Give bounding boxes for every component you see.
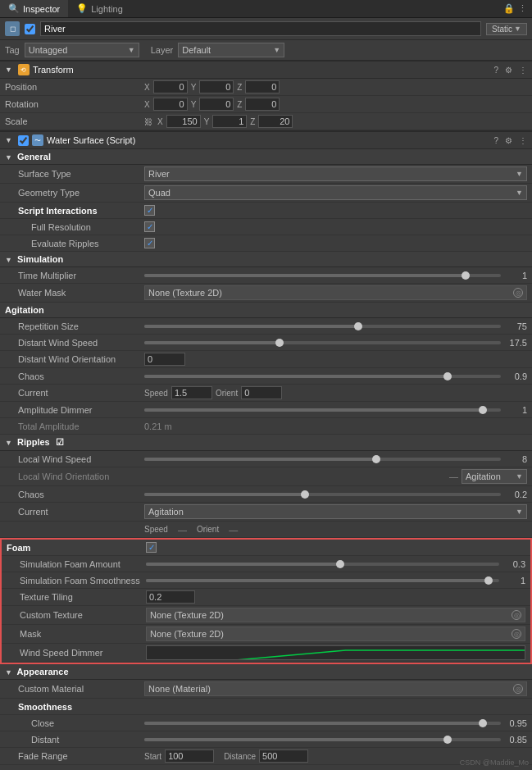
layer-value: Default	[182, 45, 211, 55]
total-amplitude-value: 0.21 m	[144, 421, 172, 431]
local-wind-orientation-label: Local Wind Orientation	[5, 472, 144, 481]
repetition-size-slider[interactable]: 75	[144, 321, 527, 331]
evaluate-ripples-checkbox[interactable]: ✓	[144, 238, 155, 248]
distant-wind-speed-label: Distant Wind Speed	[5, 338, 144, 348]
general-collapse[interactable]: ▼	[5, 153, 12, 162]
local-wind-orientation-dropdown[interactable]: Agitation ▼	[462, 469, 527, 484]
scale-x-input[interactable]	[166, 115, 201, 128]
ripples-orient-label: Orient	[197, 525, 219, 534]
distant-wind-speed-fill	[144, 341, 280, 344]
surface-type-value: River	[148, 169, 170, 179]
ripples-chaos-thumb	[301, 490, 309, 499]
object-active-checkbox[interactable]	[25, 24, 35, 34]
custom-texture-label: Custom Texture	[7, 610, 146, 620]
layer-label: Layer	[151, 45, 174, 55]
water-help-icon[interactable]: ?	[493, 136, 498, 145]
simulation-collapse[interactable]: ▼	[5, 256, 12, 264]
custom-texture-ref[interactable]: None (Texture 2D) ◎	[146, 608, 525, 622]
repetition-size-value: 75	[504, 321, 527, 331]
time-multiplier-label: Time Multiplier	[5, 271, 144, 280]
foam-mask-row: Mask None (Texture 2D) ◎	[2, 625, 530, 644]
fade-range-start-input[interactable]	[165, 749, 214, 763]
static-button[interactable]: Static ▼	[486, 23, 527, 35]
time-multiplier-row: Time Multiplier 1	[0, 267, 532, 284]
ripples-collapse[interactable]: ▼	[5, 439, 12, 447]
water-gear-icon[interactable]: ⚙	[505, 136, 512, 145]
sim-foam-smoothness-label: Simulation Foam Smoothness	[7, 576, 146, 585]
position-x-input[interactable]	[153, 80, 188, 93]
general-label: ▼ General	[0, 149, 532, 165]
amplitude-dimmer-slider[interactable]: 1	[144, 405, 527, 415]
ripples-label: ▼ Ripples ☑	[0, 435, 532, 451]
position-y-input[interactable]	[199, 80, 234, 93]
ripples-chaos-label: Chaos	[5, 490, 144, 499]
water-mask-ref[interactable]: None (Texture 2D) ◎	[144, 285, 527, 300]
tab-inspector-label: Inspector	[23, 4, 60, 14]
layer-dropdown[interactable]: Default ▼	[178, 43, 284, 57]
object-header: ◻ Static ▼	[0, 18, 532, 40]
local-wind-speed-value: 8	[504, 454, 527, 464]
tag-label: Tag	[5, 45, 20, 55]
custom-material-ref[interactable]: None (Material) ◎	[144, 681, 527, 696]
distant-wind-speed-track	[144, 341, 501, 344]
rotation-z-label: Z	[237, 100, 242, 109]
tag-dropdown[interactable]: Untagged ▼	[25, 43, 139, 57]
tab-lighting[interactable]: 💡 Lighting	[68, 0, 131, 17]
ripples-chaos-slider[interactable]: 0.2	[144, 490, 527, 499]
lock-icon[interactable]: 🔒	[503, 3, 515, 14]
scale-z-input[interactable]	[258, 115, 293, 128]
water-surface-collapse[interactable]: ▼	[5, 136, 12, 144]
transform-dots-icon[interactable]: ⋮	[519, 66, 527, 75]
fade-range-distance-input[interactable]	[259, 749, 308, 763]
rotation-row: Rotation X Y Z	[0, 96, 532, 113]
geometry-type-dropdown[interactable]: Quad ▼	[144, 185, 527, 200]
scale-y-input[interactable]	[212, 115, 247, 128]
wind-speed-dimmer-row: Wind Speed Dimmer	[2, 644, 530, 663]
distant-wind-orientation-input[interactable]	[144, 353, 185, 366]
texture-tiling-row: Texture Tiling	[2, 589, 530, 606]
transform-help-icon[interactable]: ?	[493, 66, 498, 75]
sim-foam-amount-track	[146, 563, 499, 566]
script-interactions-checkbox[interactable]: ✓	[144, 205, 155, 216]
appearance-collapse[interactable]: ▼	[5, 668, 12, 677]
transform-gear-icon[interactable]: ⚙	[505, 66, 512, 75]
rotation-z-input[interactable]	[245, 98, 280, 111]
agitation-orient-label: Orient	[216, 389, 238, 398]
tab-inspector[interactable]: 🔍 Inspector	[0, 0, 68, 17]
simulation-title: Simulation	[17, 254, 63, 264]
agitation-orient-input[interactable]	[241, 386, 282, 399]
water-surface-title: Water Surface (Script)	[47, 135, 135, 145]
ripples-checkbox[interactable]: ☑	[56, 437, 64, 447]
time-multiplier-slider[interactable]: 1	[144, 271, 527, 280]
wind-speed-dimmer-graph[interactable]	[146, 645, 525, 660]
agitation-speed-label: Speed	[144, 389, 168, 398]
surface-type-dropdown[interactable]: River ▼	[144, 166, 527, 181]
repetition-size-thumb	[354, 322, 362, 330]
chaos-slider[interactable]: 0.9	[144, 371, 527, 381]
water-dots-icon[interactable]: ⋮	[519, 136, 527, 145]
rotation-x-input[interactable]	[153, 98, 188, 111]
texture-tiling-input[interactable]	[146, 590, 195, 604]
local-wind-speed-slider[interactable]: 8	[144, 454, 527, 464]
distant-wind-speed-slider[interactable]: 17.5	[144, 338, 527, 348]
scale-row: Scale ⛓ X Y Z	[0, 113, 532, 130]
object-name-input[interactable]	[40, 21, 481, 36]
foam-checkbox[interactable]: ✓	[146, 542, 157, 553]
smoothness-header-row: Smoothness	[0, 699, 532, 715]
full-resolution-checkbox[interactable]: ✓	[144, 221, 155, 232]
ripples-chaos-value: 0.2	[504, 490, 527, 499]
more-icon[interactable]: ⋮	[518, 3, 527, 14]
smoothness-close-slider[interactable]: 0.95	[144, 718, 527, 728]
smoothness-distant-row: Distant 0.85	[0, 731, 532, 748]
water-surface-active-checkbox[interactable]	[18, 135, 29, 146]
smoothness-distant-slider[interactable]: 0.85	[144, 735, 527, 745]
sim-foam-amount-slider[interactable]: 0.3	[146, 559, 525, 569]
agitation-speed-input[interactable]	[171, 386, 212, 399]
foam-mask-ref[interactable]: None (Texture 2D) ◎	[146, 626, 525, 641]
ripples-current-dropdown[interactable]: Agitation ▼	[144, 504, 527, 519]
position-z-input[interactable]	[245, 80, 280, 93]
sim-foam-smoothness-slider[interactable]: 1	[146, 576, 525, 585]
transform-collapse[interactable]: ▼	[5, 66, 12, 74]
rotation-y-input[interactable]	[199, 98, 234, 111]
position-x-label: X	[144, 83, 150, 92]
